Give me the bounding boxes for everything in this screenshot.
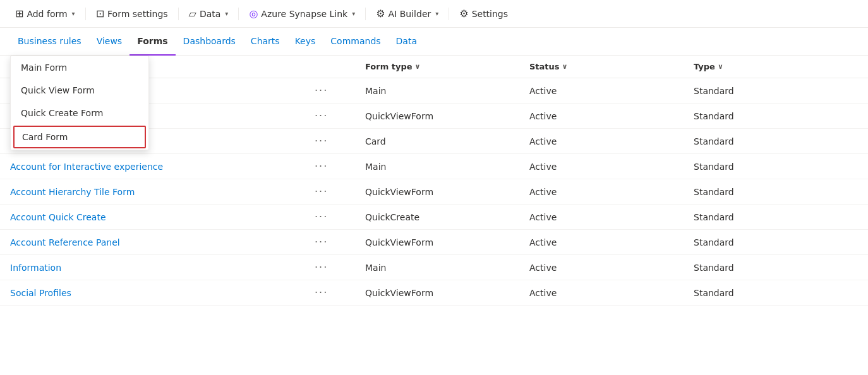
divider-5 — [449, 8, 449, 20]
col-type[interactable]: Type ∨ — [694, 62, 858, 71]
row-form-type-1: QuickViewForm — [365, 111, 529, 121]
row-dots-8[interactable]: ··· — [315, 287, 365, 299]
row-type-1: Standard — [694, 111, 858, 121]
row-type-3: Standard — [694, 162, 858, 172]
azure-label: Azure Synapse Link — [261, 9, 347, 19]
settings-button[interactable]: ⚙ Settings — [454, 4, 513, 23]
col-dots — [315, 62, 365, 71]
settings-label: Settings — [472, 9, 508, 19]
divider-2 — [178, 8, 179, 20]
row-form-type-6: QuickViewForm — [365, 237, 529, 247]
add-form-button[interactable]: ⊞ Add form ▾ — [10, 4, 80, 23]
data-label: Data — [200, 9, 220, 19]
tab-dashboards-label: Dashboards — [183, 36, 236, 46]
tab-data-label: Data — [396, 36, 417, 46]
row-name-8[interactable]: Social Profiles — [10, 288, 315, 298]
row-dots-2[interactable]: ··· — [315, 135, 365, 147]
dropdown-quick-view-form[interactable]: Quick View Form — [11, 79, 148, 102]
settings-icon: ⚙ — [459, 8, 468, 20]
tab-charts[interactable]: Charts — [243, 28, 287, 56]
tab-business-rules-label: Business rules — [18, 36, 81, 46]
row-status-1: Active — [529, 111, 694, 121]
data-icon: ▱ — [189, 8, 196, 20]
add-form-icon: ⊞ — [15, 8, 23, 20]
azure-synapse-button[interactable]: ◎ Azure Synapse Link ▾ — [244, 4, 360, 23]
type-sort-icon: ∨ — [718, 62, 723, 71]
row-dots-4[interactable]: ··· — [315, 186, 365, 198]
divider-1 — [85, 8, 86, 20]
table-row: Account Hierarchy Tile Form ··· QuickVie… — [0, 179, 868, 205]
row-form-type-7: Main — [365, 263, 529, 273]
table-row: Information ··· Main Active Standard — [0, 255, 868, 280]
tab-business-rules[interactable]: Business rules — [10, 28, 89, 56]
data-button[interactable]: ▱ Data ▾ — [184, 4, 234, 23]
row-name-4[interactable]: Account Hierarchy Tile Form — [10, 187, 315, 197]
add-form-label: Add form — [27, 9, 67, 19]
table-row: Social Profiles ··· QuickViewForm Active… — [0, 280, 868, 306]
ai-builder-chevron-icon: ▾ — [435, 10, 438, 17]
row-form-type-0: Main — [365, 86, 529, 96]
divider-4 — [365, 8, 366, 20]
row-name-3[interactable]: Account for Interactive experience — [10, 162, 315, 172]
nav-tabs: Business rules Views Forms Dashboards Ch… — [0, 28, 868, 56]
table-row: Account Quick Create ··· QuickCreate Act… — [0, 205, 868, 230]
add-form-dropdown: Main Form Quick View Form Quick Create F… — [10, 56, 149, 150]
form-type-sort-icon: ∨ — [415, 62, 421, 71]
divider-3 — [238, 8, 239, 20]
row-dots-1[interactable]: ··· — [315, 110, 365, 122]
add-form-chevron-icon: ▾ — [72, 10, 75, 17]
row-dots-7[interactable]: ··· — [315, 261, 365, 273]
row-form-type-8: QuickViewForm — [365, 288, 529, 298]
dropdown-card-form-label: Card Form — [22, 132, 68, 142]
row-status-7: Active — [529, 263, 694, 273]
tab-dashboards[interactable]: Dashboards — [176, 28, 243, 56]
col-status[interactable]: Status ∨ — [529, 62, 694, 71]
row-type-7: Standard — [694, 263, 858, 273]
row-status-0: Active — [529, 86, 694, 96]
col-form-type-label: Form type — [365, 62, 413, 71]
tab-data[interactable]: Data — [389, 28, 425, 56]
row-form-type-4: QuickViewForm — [365, 187, 529, 197]
table-row: Account for Interactive experience ··· M… — [0, 154, 868, 179]
dropdown-quick-create-form[interactable]: Quick Create Form — [11, 102, 148, 124]
row-type-6: Standard — [694, 237, 858, 247]
tab-forms[interactable]: Forms — [130, 28, 175, 56]
dropdown-main-form-label: Main Form — [21, 62, 67, 73]
dropdown-main-form[interactable]: Main Form — [11, 56, 148, 79]
form-settings-label: Form settings — [107, 9, 168, 19]
tab-charts-label: Charts — [251, 36, 280, 46]
tab-forms-label: Forms — [137, 36, 167, 46]
azure-icon: ◎ — [249, 8, 258, 20]
row-dots-6[interactable]: ··· — [315, 236, 365, 248]
row-name-6[interactable]: Account Reference Panel — [10, 237, 315, 247]
form-settings-icon: ⊡ — [96, 8, 104, 20]
dropdown-card-form[interactable]: Card Form — [13, 126, 146, 148]
ai-builder-button[interactable]: ⚙ AI Builder ▾ — [371, 4, 443, 23]
row-type-8: Standard — [694, 288, 858, 298]
dropdown-quick-create-form-label: Quick Create Form — [21, 108, 103, 118]
content-area: Main Form Quick View Form Quick Create F… — [0, 28, 868, 375]
row-type-2: Standard — [694, 136, 858, 146]
form-settings-button[interactable]: ⊡ Form settings — [91, 4, 173, 23]
row-status-2: Active — [529, 136, 694, 146]
tab-commands-label: Commands — [330, 36, 380, 46]
tab-keys[interactable]: Keys — [287, 28, 323, 56]
row-form-type-2: Card — [365, 136, 529, 146]
row-status-6: Active — [529, 237, 694, 247]
row-dots-5[interactable]: ··· — [315, 211, 365, 223]
tab-views[interactable]: Views — [89, 28, 130, 56]
row-type-0: Standard — [694, 86, 858, 96]
row-dots-0[interactable]: ··· — [315, 85, 365, 97]
row-dots-3[interactable]: ··· — [315, 160, 365, 172]
azure-chevron-icon: ▾ — [352, 10, 355, 17]
row-name-7[interactable]: Information — [10, 263, 315, 273]
row-form-type-5: QuickCreate — [365, 212, 529, 222]
row-status-4: Active — [529, 187, 694, 197]
tab-commands[interactable]: Commands — [323, 28, 388, 56]
row-status-5: Active — [529, 212, 694, 222]
row-name-5[interactable]: Account Quick Create — [10, 212, 315, 222]
col-form-type[interactable]: Form type ∨ — [365, 62, 529, 71]
status-sort-icon: ∨ — [562, 62, 568, 71]
ai-builder-icon: ⚙ — [376, 8, 385, 20]
row-form-type-3: Main — [365, 162, 529, 172]
